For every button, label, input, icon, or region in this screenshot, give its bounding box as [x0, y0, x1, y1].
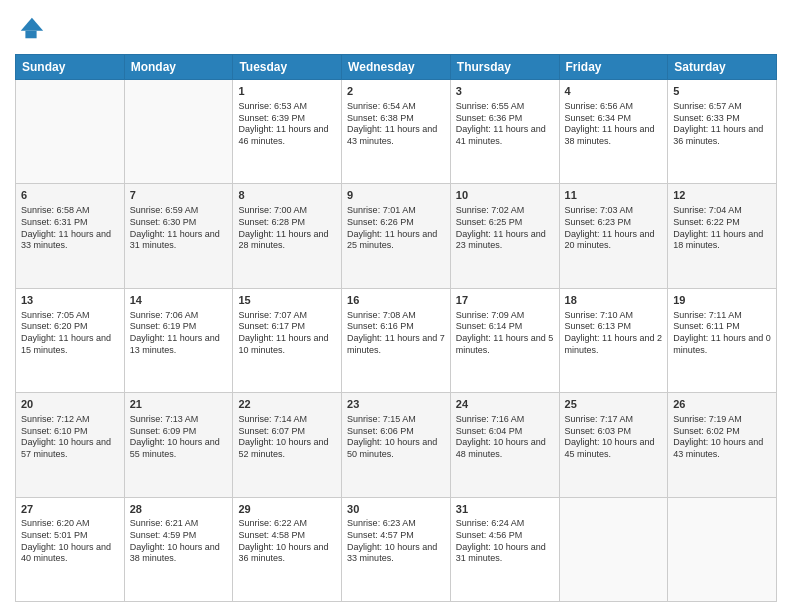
calendar-cell: 8Sunrise: 7:00 AM Sunset: 6:28 PM Daylig… [233, 184, 342, 288]
calendar-cell: 6Sunrise: 6:58 AM Sunset: 6:31 PM Daylig… [16, 184, 125, 288]
calendar-cell: 2Sunrise: 6:54 AM Sunset: 6:38 PM Daylig… [342, 80, 451, 184]
cell-info: Sunrise: 6:57 AM Sunset: 6:33 PM Dayligh… [673, 101, 771, 148]
cell-info: Sunrise: 6:56 AM Sunset: 6:34 PM Dayligh… [565, 101, 663, 148]
day-number: 28 [130, 502, 228, 517]
day-number: 20 [21, 397, 119, 412]
calendar-cell [16, 80, 125, 184]
calendar-cell [124, 80, 233, 184]
cell-info: Sunrise: 6:55 AM Sunset: 6:36 PM Dayligh… [456, 101, 554, 148]
calendar-cell: 4Sunrise: 6:56 AM Sunset: 6:34 PM Daylig… [559, 80, 668, 184]
calendar-cell: 18Sunrise: 7:10 AM Sunset: 6:13 PM Dayli… [559, 288, 668, 392]
calendar-cell: 9Sunrise: 7:01 AM Sunset: 6:26 PM Daylig… [342, 184, 451, 288]
day-number: 10 [456, 188, 554, 203]
cell-info: Sunrise: 6:23 AM Sunset: 4:57 PM Dayligh… [347, 518, 445, 565]
day-number: 8 [238, 188, 336, 203]
day-number: 14 [130, 293, 228, 308]
cell-info: Sunrise: 7:13 AM Sunset: 6:09 PM Dayligh… [130, 414, 228, 461]
header [15, 10, 777, 46]
day-number: 7 [130, 188, 228, 203]
day-number: 6 [21, 188, 119, 203]
weekday-header: Monday [124, 55, 233, 80]
calendar-cell: 21Sunrise: 7:13 AM Sunset: 6:09 PM Dayli… [124, 393, 233, 497]
day-number: 31 [456, 502, 554, 517]
calendar-cell: 30Sunrise: 6:23 AM Sunset: 4:57 PM Dayli… [342, 497, 451, 601]
calendar-cell: 24Sunrise: 7:16 AM Sunset: 6:04 PM Dayli… [450, 393, 559, 497]
calendar-cell: 3Sunrise: 6:55 AM Sunset: 6:36 PM Daylig… [450, 80, 559, 184]
calendar-week-row: 27Sunrise: 6:20 AM Sunset: 5:01 PM Dayli… [16, 497, 777, 601]
cell-info: Sunrise: 7:02 AM Sunset: 6:25 PM Dayligh… [456, 205, 554, 252]
calendar-cell: 29Sunrise: 6:22 AM Sunset: 4:58 PM Dayli… [233, 497, 342, 601]
calendar-cell: 12Sunrise: 7:04 AM Sunset: 6:22 PM Dayli… [668, 184, 777, 288]
day-number: 26 [673, 397, 771, 412]
calendar-cell [559, 497, 668, 601]
calendar-cell: 1Sunrise: 6:53 AM Sunset: 6:39 PM Daylig… [233, 80, 342, 184]
day-number: 25 [565, 397, 663, 412]
day-number: 2 [347, 84, 445, 99]
day-number: 19 [673, 293, 771, 308]
day-number: 15 [238, 293, 336, 308]
calendar-cell: 19Sunrise: 7:11 AM Sunset: 6:11 PM Dayli… [668, 288, 777, 392]
logo [15, 14, 49, 46]
calendar-cell: 27Sunrise: 6:20 AM Sunset: 5:01 PM Dayli… [16, 497, 125, 601]
calendar-week-row: 1Sunrise: 6:53 AM Sunset: 6:39 PM Daylig… [16, 80, 777, 184]
svg-marker-0 [21, 18, 43, 31]
cell-info: Sunrise: 6:20 AM Sunset: 5:01 PM Dayligh… [21, 518, 119, 565]
calendar-cell: 13Sunrise: 7:05 AM Sunset: 6:20 PM Dayli… [16, 288, 125, 392]
calendar-cell: 22Sunrise: 7:14 AM Sunset: 6:07 PM Dayli… [233, 393, 342, 497]
day-number: 11 [565, 188, 663, 203]
cell-info: Sunrise: 7:08 AM Sunset: 6:16 PM Dayligh… [347, 310, 445, 357]
cell-info: Sunrise: 6:58 AM Sunset: 6:31 PM Dayligh… [21, 205, 119, 252]
day-number: 3 [456, 84, 554, 99]
cell-info: Sunrise: 7:00 AM Sunset: 6:28 PM Dayligh… [238, 205, 336, 252]
calendar-cell: 10Sunrise: 7:02 AM Sunset: 6:25 PM Dayli… [450, 184, 559, 288]
day-number: 5 [673, 84, 771, 99]
day-number: 18 [565, 293, 663, 308]
cell-info: Sunrise: 6:59 AM Sunset: 6:30 PM Dayligh… [130, 205, 228, 252]
weekday-header: Sunday [16, 55, 125, 80]
calendar-cell: 7Sunrise: 6:59 AM Sunset: 6:30 PM Daylig… [124, 184, 233, 288]
day-number: 30 [347, 502, 445, 517]
calendar-cell [668, 497, 777, 601]
day-number: 12 [673, 188, 771, 203]
cell-info: Sunrise: 7:19 AM Sunset: 6:02 PM Dayligh… [673, 414, 771, 461]
cell-info: Sunrise: 7:14 AM Sunset: 6:07 PM Dayligh… [238, 414, 336, 461]
calendar-table: SundayMondayTuesdayWednesdayThursdayFrid… [15, 54, 777, 602]
day-number: 4 [565, 84, 663, 99]
day-number: 22 [238, 397, 336, 412]
cell-info: Sunrise: 7:12 AM Sunset: 6:10 PM Dayligh… [21, 414, 119, 461]
svg-rect-1 [25, 31, 36, 38]
day-number: 24 [456, 397, 554, 412]
cell-info: Sunrise: 7:07 AM Sunset: 6:17 PM Dayligh… [238, 310, 336, 357]
calendar-cell: 26Sunrise: 7:19 AM Sunset: 6:02 PM Dayli… [668, 393, 777, 497]
calendar-cell: 31Sunrise: 6:24 AM Sunset: 4:56 PM Dayli… [450, 497, 559, 601]
weekday-header: Tuesday [233, 55, 342, 80]
cell-info: Sunrise: 7:01 AM Sunset: 6:26 PM Dayligh… [347, 205, 445, 252]
cell-info: Sunrise: 6:54 AM Sunset: 6:38 PM Dayligh… [347, 101, 445, 148]
page: SundayMondayTuesdayWednesdayThursdayFrid… [0, 0, 792, 612]
cell-info: Sunrise: 7:11 AM Sunset: 6:11 PM Dayligh… [673, 310, 771, 357]
calendar-cell: 14Sunrise: 7:06 AM Sunset: 6:19 PM Dayli… [124, 288, 233, 392]
calendar-cell: 15Sunrise: 7:07 AM Sunset: 6:17 PM Dayli… [233, 288, 342, 392]
calendar-cell: 25Sunrise: 7:17 AM Sunset: 6:03 PM Dayli… [559, 393, 668, 497]
cell-info: Sunrise: 6:53 AM Sunset: 6:39 PM Dayligh… [238, 101, 336, 148]
calendar-week-row: 13Sunrise: 7:05 AM Sunset: 6:20 PM Dayli… [16, 288, 777, 392]
cell-info: Sunrise: 7:04 AM Sunset: 6:22 PM Dayligh… [673, 205, 771, 252]
cell-info: Sunrise: 6:24 AM Sunset: 4:56 PM Dayligh… [456, 518, 554, 565]
day-number: 23 [347, 397, 445, 412]
day-number: 29 [238, 502, 336, 517]
day-number: 1 [238, 84, 336, 99]
day-number: 9 [347, 188, 445, 203]
weekday-header: Friday [559, 55, 668, 80]
calendar-cell: 28Sunrise: 6:21 AM Sunset: 4:59 PM Dayli… [124, 497, 233, 601]
calendar-week-row: 20Sunrise: 7:12 AM Sunset: 6:10 PM Dayli… [16, 393, 777, 497]
day-number: 13 [21, 293, 119, 308]
day-number: 21 [130, 397, 228, 412]
calendar-cell: 23Sunrise: 7:15 AM Sunset: 6:06 PM Dayli… [342, 393, 451, 497]
day-number: 27 [21, 502, 119, 517]
weekday-header-row: SundayMondayTuesdayWednesdayThursdayFrid… [16, 55, 777, 80]
cell-info: Sunrise: 7:10 AM Sunset: 6:13 PM Dayligh… [565, 310, 663, 357]
calendar-cell: 11Sunrise: 7:03 AM Sunset: 6:23 PM Dayli… [559, 184, 668, 288]
calendar-cell: 5Sunrise: 6:57 AM Sunset: 6:33 PM Daylig… [668, 80, 777, 184]
day-number: 16 [347, 293, 445, 308]
weekday-header: Saturday [668, 55, 777, 80]
